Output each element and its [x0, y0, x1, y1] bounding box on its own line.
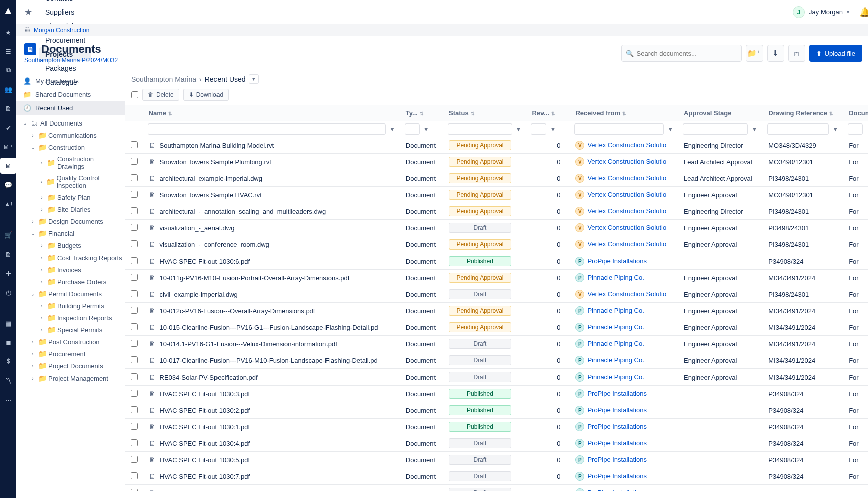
vendor-link[interactable]: Pinnacle Piping Co.	[587, 307, 644, 314]
tree-item-inspection-reports[interactable]: ›📁Inspection Reports	[16, 312, 125, 324]
rail-icon-page[interactable]: 🗎	[0, 246, 16, 262]
tree-item-invoices[interactable]: ›📁Invoices	[16, 264, 125, 276]
breadcrumb-dropdown[interactable]: ▾	[249, 74, 259, 84]
col-type[interactable]: Ty...⇅	[401, 105, 444, 121]
folder-root-shared-documents[interactable]: 📁Shared Documents	[16, 88, 125, 101]
caret-icon[interactable]: ⌄	[29, 231, 36, 236]
row-checkbox[interactable]	[131, 274, 138, 281]
tree-item-post-construction[interactable]: ›📁Post Construction	[16, 336, 125, 348]
tree-item-budgets[interactable]: ›📁Budgets	[16, 239, 125, 252]
filter-icon[interactable]: ▼	[388, 126, 397, 133]
filter-docu[interactable]	[848, 123, 863, 135]
vendor-link[interactable]: Vertex Construction Solutio	[587, 191, 666, 198]
filter-icon[interactable]: ▼	[666, 126, 675, 133]
favorite-star-icon[interactable]: ★	[24, 7, 32, 18]
table-row[interactable]: 🗎architectural_-_annotation_scaling_and_…	[125, 203, 868, 220]
download-button[interactable]: ⬇	[767, 45, 784, 62]
filter-type[interactable]	[405, 123, 420, 135]
caret-icon[interactable]: ›	[38, 315, 45, 321]
caret-icon[interactable]: ›	[38, 243, 45, 248]
table-row[interactable]: 🗎10-015-Clearline-Fusion---PV16-G1---Fus…	[125, 319, 868, 336]
rail-icon-check[interactable]: ✔	[0, 119, 16, 136]
row-checkbox[interactable]	[131, 141, 138, 148]
table-row[interactable]: 🗎HVAC SPEC Fit-out 1030:7.pdfDocumentDra…	[125, 468, 868, 485]
rail-icon-file-plus[interactable]: 🗎⁺	[0, 139, 16, 155]
row-checkbox[interactable]	[131, 406, 138, 413]
tree-item-project-management[interactable]: ›📁Project Management	[16, 372, 125, 384]
vendor-link[interactable]: Vertex Construction Solutio	[587, 290, 666, 298]
vendor-link[interactable]: Pinnacle Piping Co.	[587, 323, 644, 331]
folder-root-recent-used[interactable]: 🕘Recent Used	[16, 101, 125, 115]
tree-item-design-documents[interactable]: ›📁Design Documents	[16, 215, 125, 227]
tree-item-purchase-orders[interactable]: ›📁Purchase Orders	[16, 276, 125, 288]
col-docu[interactable]: Docum	[844, 105, 868, 121]
col-drawing-ref[interactable]: Drawing Reference⇅	[763, 105, 844, 121]
vendor-link[interactable]: ProPipe Installations	[587, 406, 647, 414]
caret-icon[interactable]: ›	[29, 351, 36, 357]
rail-icon-clock[interactable]: ◷	[0, 284, 16, 300]
breadcrumb-root[interactable]: Southampton Marina	[131, 75, 196, 83]
table-row[interactable]: 🗎architectural_example-imperial.dwgDocum…	[125, 170, 868, 187]
row-checkbox[interactable]	[131, 472, 138, 479]
table-row[interactable]: 🗎Southampton Marina Building Model.rvtDo…	[125, 137, 868, 154]
table-row[interactable]: 🗎10-011g-PV16-M10-Fusion-Portrait-Overal…	[125, 270, 868, 286]
table-row[interactable]: 🗎visualization_-_conference_room.dwgDocu…	[125, 236, 868, 253]
table-row[interactable]: 🗎HVAC SPEC Fit-out 1030:2.pdfDocumentPub…	[125, 402, 868, 419]
row-checkbox[interactable]	[131, 290, 138, 297]
vendor-link[interactable]: ProPipe Installations	[587, 439, 647, 447]
vendor-link[interactable]: Vertex Construction Solutio	[587, 174, 666, 182]
export-button[interactable]: ⏍	[788, 45, 805, 62]
vendor-link[interactable]: Pinnacle Piping Co.	[587, 274, 644, 281]
tree-item-special-permits[interactable]: ›📁Special Permits	[16, 324, 125, 336]
rail-icon-trend[interactable]: 〽	[0, 372, 16, 389]
caret-icon[interactable]: ›	[38, 195, 45, 200]
vendor-link[interactable]: Vertex Construction Solutio	[587, 207, 666, 215]
user-menu[interactable]: J Jay Morgan ▾	[789, 4, 853, 20]
select-all-checkbox[interactable]	[131, 91, 138, 98]
rail-icon-rows[interactable]: ≣	[0, 334, 16, 350]
table-row[interactable]: 🗎HVAC SPEC Fit-out 1030:1.pdfDocumentPub…	[125, 419, 868, 435]
vendor-link[interactable]: Pinnacle Piping Co.	[587, 373, 644, 381]
row-checkbox[interactable]	[131, 439, 138, 446]
table-row[interactable]: 🗎10-012c-PV16-Fusion---Overall-Array-Dim…	[125, 303, 868, 319]
filter-stage[interactable]	[683, 123, 748, 135]
tree-item-construction[interactable]: ⌄📁Construction	[16, 141, 125, 153]
table-row[interactable]: 🗎civil_example-imperial.dwgDocumentDraft…	[125, 286, 868, 303]
tree-item-communications[interactable]: ›📁Communications	[16, 129, 125, 141]
download-selected-button[interactable]: ⬇Download	[183, 89, 229, 101]
app-logo[interactable]: ▲	[3, 4, 14, 17]
rail-icon-documents[interactable]: 🗎	[0, 158, 16, 174]
nav-contacts[interactable]: Contacts	[39, 0, 91, 5]
vendor-link[interactable]: ProPipe Installations	[587, 423, 647, 430]
rail-icon-doc[interactable]: 🗎	[0, 100, 16, 116]
vendor-link[interactable]: ProPipe Installations	[587, 257, 647, 265]
row-checkbox[interactable]	[131, 423, 138, 430]
filter-icon[interactable]: ▼	[750, 126, 759, 133]
rail-icon-list[interactable]: ☰	[0, 43, 16, 59]
row-checkbox[interactable]	[131, 207, 138, 214]
col-rev[interactable]: Rev...⇅	[527, 105, 570, 121]
caret-icon[interactable]: ›	[38, 303, 45, 309]
caret-icon[interactable]: ›	[38, 160, 45, 166]
vendor-link[interactable]: Pinnacle Piping Co.	[587, 340, 644, 347]
vendor-link[interactable]: Vertex Construction Solutio	[587, 224, 666, 231]
row-checkbox[interactable]	[131, 323, 138, 330]
nav-suppliers[interactable]: Suppliers	[39, 5, 91, 19]
caret-icon[interactable]: ›	[29, 339, 36, 345]
row-checkbox[interactable]	[131, 224, 138, 231]
tree-item-site-diaries[interactable]: ›📁Site Diaries	[16, 203, 125, 215]
row-checkbox[interactable]	[131, 174, 138, 181]
horizontal-scrollbar[interactable]	[125, 491, 868, 498]
table-row[interactable]: 🗎visualization_-_aerial.dwgDocumentDraft…	[125, 220, 868, 236]
filter-rev[interactable]	[531, 123, 546, 135]
project-link[interactable]: Southampton Marina P/2024/M032	[24, 57, 621, 64]
tree-item-building-permits[interactable]: ›📁Building Permits	[16, 300, 125, 312]
caret-icon[interactable]: ›	[29, 363, 36, 369]
table-row[interactable]: 🗎HVAC SPEC Fit-out 1030:4.pdfDocumentDra…	[125, 435, 868, 452]
vendor-link[interactable]: Vertex Construction Solutio	[587, 158, 666, 165]
caret-icon[interactable]: ›	[38, 255, 45, 261]
new-folder-button[interactable]: 📁⁺	[746, 45, 763, 62]
tree-item-quality-control-inspection[interactable]: ›📁Quality Control Inspection	[16, 172, 125, 191]
company-name[interactable]: Morgan Construction	[34, 27, 89, 34]
caret-icon[interactable]: ⌄	[29, 291, 36, 297]
